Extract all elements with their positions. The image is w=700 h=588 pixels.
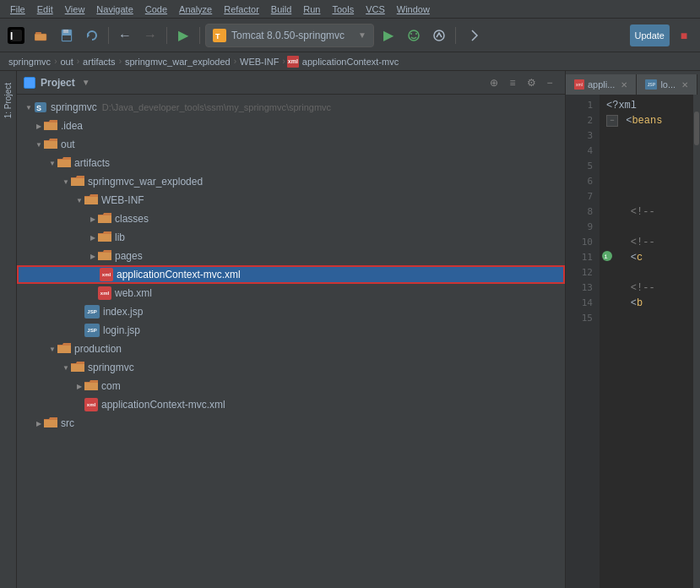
tree-arrow-com[interactable] xyxy=(74,381,84,391)
tab-close-icon2[interactable]: ✕ xyxy=(681,80,688,90)
tree-arrow-out[interactable] xyxy=(34,139,44,150)
menu-navigate[interactable]: Navigate xyxy=(91,3,138,16)
tree-item-webinf[interactable]: WEB-INF xyxy=(17,191,565,210)
tree-item-classes[interactable]: classes xyxy=(17,210,565,228)
panel-close-button[interactable]: − xyxy=(541,74,558,91)
build-button[interactable]: ▶ xyxy=(172,24,194,46)
run-config-dropdown[interactable]: T Tomcat 8.0.50-springmvc ▼ xyxy=(205,24,374,47)
production-label: production xyxy=(74,343,122,355)
folder-icon-production xyxy=(57,342,71,356)
code-area[interactable]: <?xml − <beans <!-- <!-- xyxy=(600,95,693,588)
panel-settings-button[interactable]: ⚙ xyxy=(523,74,540,91)
menu-view[interactable]: View xyxy=(60,3,90,16)
project-tree[interactable]: S springmvc D:\Java_developer_tools\ssm\… xyxy=(17,95,565,588)
tree-item-loginjsp[interactable]: JSP login.jsp xyxy=(17,321,565,340)
scrollbar-thumb[interactable] xyxy=(694,112,699,145)
xml-file-icon-app-ctx2: xml xyxy=(84,398,98,411)
menu-refactor[interactable]: Refactor xyxy=(219,3,264,16)
tree-item-war-exploded[interactable]: springmvc_war_exploded xyxy=(17,172,565,191)
src-label: src xyxy=(61,417,74,429)
tree-item-com[interactable]: com xyxy=(17,377,565,395)
tree-arrow-springmvc-prod[interactable] xyxy=(61,362,71,373)
menu-window[interactable]: Window xyxy=(392,3,435,16)
panel-dropdown-icon[interactable]: ▼ xyxy=(82,78,90,87)
tree-item-artifacts[interactable]: artifacts xyxy=(17,154,565,172)
breadcrumb-war[interactable]: springmvc_war_exploded xyxy=(123,57,232,67)
run-button[interactable]: ▶ xyxy=(377,24,399,46)
code-line-14: <b xyxy=(606,296,686,311)
debug-button[interactable] xyxy=(403,24,425,46)
folder-icon-webinf xyxy=(84,193,98,207)
panel-add-button[interactable]: ⊕ xyxy=(486,74,502,91)
sync-button[interactable] xyxy=(81,24,103,46)
profile-button[interactable] xyxy=(428,24,450,46)
war-label: springmvc_war_exploded xyxy=(88,176,203,188)
editor-tab-appli[interactable]: xml appli... ✕ xyxy=(566,74,637,95)
tree-item-webxml[interactable]: xml web.xml xyxy=(17,284,565,302)
project-side-tab[interactable]: 1: Project xyxy=(2,79,14,122)
menu-edit[interactable]: Edit xyxy=(32,3,58,16)
tree-arrow-lib[interactable] xyxy=(88,232,98,242)
forward-button[interactable]: → xyxy=(139,24,161,46)
tree-arrow-src[interactable] xyxy=(34,418,44,428)
code-line-4 xyxy=(606,144,686,159)
tree-arrow-classes[interactable] xyxy=(88,214,98,224)
panel-title: Project xyxy=(41,77,75,89)
tree-item-src[interactable]: src xyxy=(17,414,565,433)
tree-arrow-idea[interactable] xyxy=(34,121,44,131)
folder-icon-pages xyxy=(98,249,111,263)
menu-build[interactable]: Build xyxy=(266,3,296,16)
tree-arrow-pages[interactable] xyxy=(88,251,98,261)
tree-arrow-artifacts[interactable] xyxy=(47,158,57,168)
menu-vcs[interactable]: VCS xyxy=(361,3,390,16)
editor-content: 1 2 3 4 5 6 7 8 9 10 11 12 13 14 15 <?xm… xyxy=(566,95,700,588)
breadcrumb-artifacts[interactable]: artifacts xyxy=(81,57,117,67)
toolbar-sep-4 xyxy=(455,27,456,44)
folder-icon-war xyxy=(71,175,84,188)
menu-analyze[interactable]: Analyze xyxy=(174,3,217,16)
tree-arrow-war[interactable] xyxy=(61,177,71,187)
tree-item-lib[interactable]: lib xyxy=(17,228,565,247)
tree-item-production[interactable]: production xyxy=(17,340,565,358)
breadcrumb-out[interactable]: out xyxy=(58,57,74,67)
back-button[interactable]: ← xyxy=(114,24,136,46)
tree-item-app-context-mvc[interactable]: xml applicationContext-mvc.xml xyxy=(17,265,565,284)
menu-file[interactable]: File xyxy=(5,3,30,16)
open-folder-button[interactable] xyxy=(30,24,52,46)
update-button[interactable]: Update xyxy=(630,24,670,46)
svg-point-12 xyxy=(410,33,412,35)
vertical-scrollbar[interactable] xyxy=(693,95,700,588)
panel-title-icon xyxy=(24,77,35,89)
tree-item-out[interactable]: out xyxy=(17,135,565,154)
app-ctx2-label: applicationContext-mvc.xml xyxy=(101,399,225,411)
breadcrumb-webinf[interactable]: WEB-INF xyxy=(238,57,280,67)
tree-arrow-production[interactable] xyxy=(47,344,57,354)
xml-file-icon-app-ctx: xml xyxy=(100,268,113,281)
tree-arrow-webinf[interactable] xyxy=(74,195,84,205)
save-button[interactable] xyxy=(56,24,78,46)
tab-close-icon[interactable]: ✕ xyxy=(621,80,627,90)
menu-code[interactable]: Code xyxy=(140,3,172,16)
tree-item-indexjsp[interactable]: JSP index.jsp xyxy=(17,302,565,321)
folder-icon-idea xyxy=(44,119,57,133)
breadcrumb-file[interactable]: applicationContext-mvc xyxy=(301,57,400,67)
tree-item-idea[interactable]: .idea xyxy=(17,117,565,135)
breadcrumb: springmvc › out › artifacts › springmvc_… xyxy=(0,52,700,71)
tree-item-springmvc[interactable]: S springmvc D:\Java_developer_tools\ssm\… xyxy=(17,98,565,117)
tree-item-pages[interactable]: pages xyxy=(17,247,565,265)
menu-run[interactable]: Run xyxy=(298,3,325,16)
menu-tools[interactable]: Tools xyxy=(327,3,359,16)
svg-text:S: S xyxy=(36,104,41,112)
more-options-button[interactable] xyxy=(461,24,483,46)
line-2: 2 xyxy=(566,113,600,128)
tree-item-app-context-mvc2[interactable]: xml applicationContext-mvc.xml xyxy=(17,395,565,414)
tree-arrow-springmvc[interactable] xyxy=(24,102,34,112)
stop-button[interactable]: ■ xyxy=(673,24,695,46)
editor-tab-lo[interactable]: JSP lo... ✕ xyxy=(637,74,697,95)
tree-item-springmvc-prod[interactable]: springmvc xyxy=(17,358,565,377)
toolbar: I ← → ▶ T Tomcat 8.0.50-springmvc ▼ ▶ Up… xyxy=(0,19,700,52)
breadcrumb-springmvc[interactable]: springmvc xyxy=(7,57,52,67)
panel-collapse-button[interactable]: ≡ xyxy=(504,74,521,91)
svg-text:T: T xyxy=(215,32,220,41)
intellij-logo: I xyxy=(5,24,27,46)
